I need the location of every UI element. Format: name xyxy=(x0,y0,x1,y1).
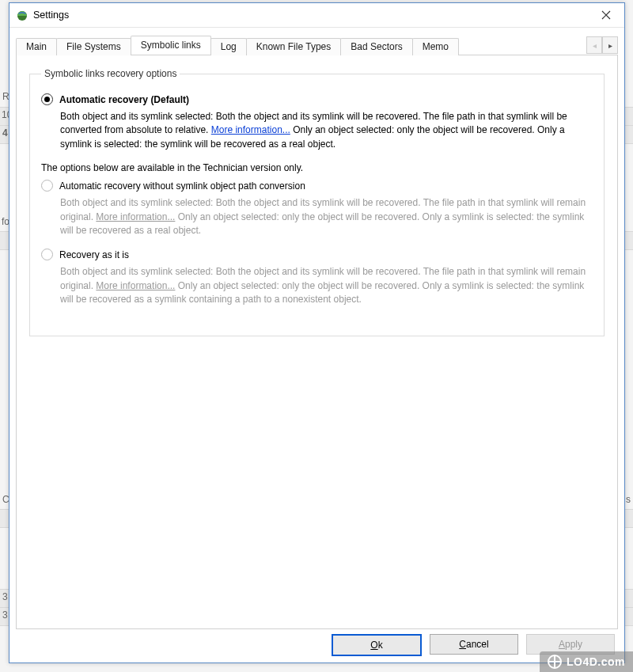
settings-dialog: Settings Main File Systems Symbolic link… xyxy=(9,2,625,663)
radio-icon xyxy=(41,249,53,260)
option-description: Both object and its symlink selected: Bo… xyxy=(60,196,593,237)
option-description: Both object and its symlink selected: Bo… xyxy=(60,110,593,151)
titlebar: Settings xyxy=(9,3,624,28)
client-area: Main File Systems Symbolic links Log Kno… xyxy=(9,28,624,663)
radio-row: Automatic recovery without symlink objec… xyxy=(41,180,593,192)
bg-num: 3 xyxy=(2,609,8,621)
watermark: LO4D.com xyxy=(540,651,633,672)
radio-label: Automatic recovery without symlink objec… xyxy=(59,180,305,192)
radio-label: Automatic recovery (Default) xyxy=(59,94,189,105)
tab-scroll-left[interactable]: ◂ xyxy=(586,36,602,54)
dialog-buttons: Ok Cancel Apply xyxy=(16,629,618,656)
tab-known-file-types[interactable]: Known File Types xyxy=(246,38,342,55)
radio-icon[interactable] xyxy=(41,93,53,105)
tab-main[interactable]: Main xyxy=(16,38,57,55)
radio-icon xyxy=(41,180,53,192)
tab-scroll: ◂ ▸ xyxy=(586,36,618,52)
radio-row: Recovery as it is xyxy=(41,249,593,260)
bg-num: 4 xyxy=(2,127,8,139)
option-as-it-is: Recovery as it is Both object and its sy… xyxy=(41,249,593,306)
app-icon xyxy=(16,9,28,21)
group-legend: Symbolic links recovery options xyxy=(41,68,180,79)
tab-log[interactable]: Log xyxy=(210,38,247,55)
more-info-link[interactable]: More information... xyxy=(96,280,175,291)
radio-row[interactable]: Automatic recovery (Default) xyxy=(41,93,593,105)
close-button[interactable] xyxy=(588,3,624,27)
cancel-button[interactable]: Cancel xyxy=(430,634,518,655)
symlink-recovery-group: Symbolic links recovery options Automati… xyxy=(29,68,605,336)
tab-memory[interactable]: Memo xyxy=(412,38,459,55)
option-automatic-recovery: Automatic recovery (Default) Both object… xyxy=(41,93,593,151)
radio-label: Recovery as it is xyxy=(59,249,129,260)
watermark-text: LO4D.com xyxy=(567,655,625,668)
bg-num: 3 xyxy=(2,591,8,602)
tab-strip: Main File Systems Symbolic links Log Kno… xyxy=(16,36,618,55)
more-info-link[interactable]: More information... xyxy=(211,124,290,135)
tab-panel: Symbolic links recovery options Automati… xyxy=(16,55,618,629)
option-no-conversion: Automatic recovery without symlink objec… xyxy=(41,180,593,237)
globe-icon xyxy=(548,655,562,669)
tab-symbolic-links[interactable]: Symbolic links xyxy=(131,36,211,55)
option-description: Both object and its symlink selected: Bo… xyxy=(60,265,593,306)
tab-scroll-right[interactable]: ▸ xyxy=(602,36,618,54)
technician-note: The options below are available in the T… xyxy=(41,162,593,173)
tab-bad-sectors[interactable]: Bad Sectors xyxy=(340,38,412,55)
bg-letter: s xyxy=(626,494,631,505)
tab-file-systems[interactable]: File Systems xyxy=(56,38,131,55)
more-info-link[interactable]: More information... xyxy=(96,211,175,222)
ok-button[interactable]: Ok xyxy=(332,634,422,656)
window-title: Settings xyxy=(33,9,69,21)
